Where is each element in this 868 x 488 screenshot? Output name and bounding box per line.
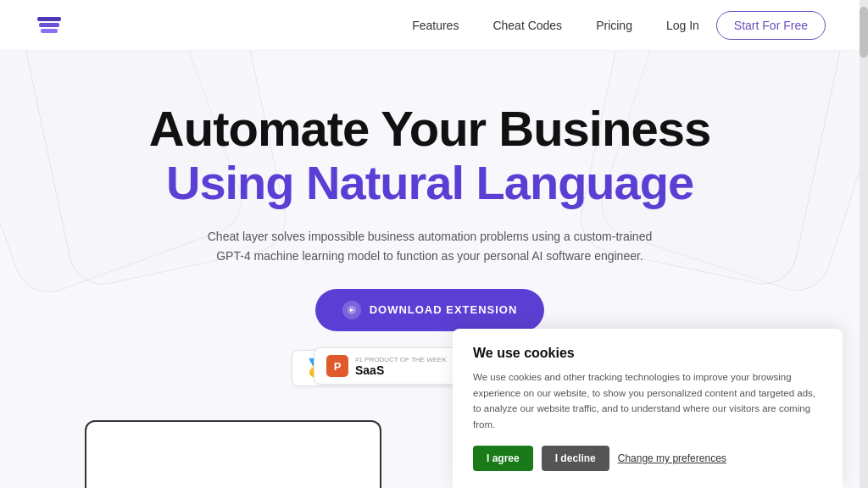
login-button[interactable]: Log In <box>666 19 699 32</box>
nav-actions: Log In Start For Free <box>666 11 826 40</box>
cookie-body: We use cookies and other tracking techno… <box>473 369 822 432</box>
cookie-banner: We use cookies We use cookies and other … <box>453 329 843 488</box>
nav-link-pricing[interactable]: Pricing <box>596 19 632 32</box>
svg-rect-0 <box>37 17 61 21</box>
producthunt-icon: P <box>326 355 348 377</box>
cookie-actions: I agree I decline Change my preferences <box>473 446 822 471</box>
scrollbar[interactable] <box>860 0 868 488</box>
navbar: Features Cheat Codes Pricing Log In Star… <box>0 0 860 51</box>
download-extension-button[interactable]: DOWNLOAD EXTENSION <box>315 289 545 331</box>
logo-icon <box>34 10 64 41</box>
app-mockup-preview <box>85 420 381 488</box>
hero-title-line2: Using Natural Language <box>0 156 860 210</box>
cookie-preferences-button[interactable]: Change my preferences <box>618 452 726 464</box>
svg-rect-2 <box>41 29 58 33</box>
nav-link-cheat-codes[interactable]: Cheat Codes <box>492 19 562 32</box>
scrollbar-thumb[interactable] <box>860 7 868 58</box>
svg-rect-1 <box>39 23 59 27</box>
start-free-button[interactable]: Start For Free <box>716 11 826 40</box>
potw-badge[interactable]: P #1 PRODUCT OF THE WEEK SaaS <box>314 347 459 385</box>
cookie-decline-button[interactable]: I decline <box>542 446 609 471</box>
nav-links: Features Cheat Codes Pricing <box>412 19 632 32</box>
cookie-title: We use cookies <box>473 346 822 361</box>
hero-subtitle: Cheat layer solves impossible business a… <box>0 227 860 265</box>
nav-link-features[interactable]: Features <box>412 19 459 32</box>
potw-text: #1 PRODUCT OF THE WEEK SaaS <box>355 356 447 377</box>
cookie-agree-button[interactable]: I agree <box>473 446 533 471</box>
hero-title-line1: Automate Your Business <box>0 102 860 156</box>
logo[interactable] <box>34 10 64 41</box>
download-icon <box>342 301 361 319</box>
